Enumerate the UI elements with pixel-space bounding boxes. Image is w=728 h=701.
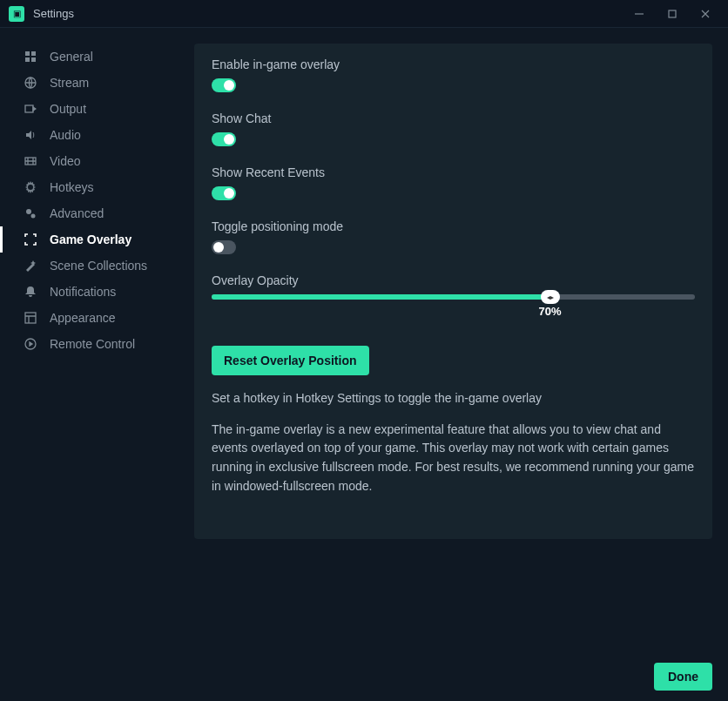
output-icon (24, 102, 37, 116)
reset-overlay-button[interactable]: Reset Overlay Position (212, 346, 369, 375)
sidebar-item-stream[interactable]: Stream (0, 70, 184, 96)
setting-label: Overlay Opacity (212, 273, 695, 287)
sidebar-item-general[interactable]: General (0, 44, 184, 70)
sidebar-item-hotkeys[interactable]: Hotkeys (0, 174, 184, 200)
sidebar-item-label: Scene Collections (50, 259, 147, 273)
sidebar-item-label: Audio (50, 128, 81, 142)
sidebar-item-label: Appearance (50, 311, 116, 325)
sidebar-item-label: Advanced (50, 206, 104, 220)
setting-opacity: Overlay Opacity ◂▸ 70% (212, 273, 695, 318)
sidebar-item-video[interactable]: Video (0, 148, 184, 174)
globe-icon (24, 76, 37, 90)
sidebar-item-scene-collections[interactable]: Scene Collections (0, 253, 184, 279)
description-text: The in-game overlay is a new experimenta… (212, 421, 695, 496)
svg-rect-1 (25, 51, 30, 56)
sidebar-item-label: Output (50, 102, 86, 116)
settings-panel: Enable in-game overlay Show Chat Show Re… (194, 44, 712, 539)
play-circle-icon (24, 337, 37, 351)
svg-rect-3 (25, 57, 30, 62)
titlebar: ▣ Settings (0, 0, 728, 28)
svg-rect-10 (25, 313, 36, 323)
setting-label: Show Chat (212, 111, 695, 125)
sidebar-item-label: Video (50, 154, 81, 168)
hotkey-hint-text: Set a hotkey in Hotkey Settings to toggl… (212, 389, 695, 408)
sidebar-item-notifications[interactable]: Notifications (0, 279, 184, 305)
window-title: Settings (33, 7, 624, 20)
sidebar-item-game-overlay[interactable]: Game Overlay (0, 226, 184, 253)
setting-label: Show Recent Events (212, 165, 695, 179)
minimize-button[interactable] (624, 2, 655, 26)
maximize-button[interactable] (657, 2, 688, 26)
svg-rect-2 (31, 51, 36, 56)
sidebar-item-label: Game Overlay (50, 233, 131, 246)
setting-show-chat: Show Chat (212, 111, 695, 150)
speaker-icon (24, 128, 37, 142)
svg-rect-0 (669, 10, 676, 17)
svg-rect-6 (25, 105, 33, 112)
sidebar-item-label: Hotkeys (50, 180, 94, 194)
toggle-enable-overlay[interactable] (212, 78, 236, 92)
sidebar-item-remote-control[interactable]: Remote Control (0, 331, 184, 357)
svg-point-8 (26, 209, 31, 214)
setting-label: Enable in-game overlay (212, 57, 695, 71)
sidebar-item-output[interactable]: Output (0, 96, 184, 122)
sidebar-item-audio[interactable]: Audio (0, 122, 184, 148)
toggle-show-chat[interactable] (212, 132, 236, 146)
close-button[interactable] (690, 2, 721, 26)
sidebar-item-label: Notifications (50, 285, 116, 299)
layout-icon (24, 311, 37, 325)
expand-icon (24, 233, 37, 246)
slider-thumb[interactable]: ◂▸ (541, 290, 560, 304)
done-button[interactable]: Done (654, 663, 712, 691)
setting-enable-overlay: Enable in-game overlay (212, 57, 695, 96)
toggle-show-recent[interactable] (212, 186, 236, 200)
sidebar: General Stream Output Audio Video Hotkey… (0, 28, 184, 652)
app-icon: ▣ (9, 6, 24, 22)
sidebar-item-appearance[interactable]: Appearance (0, 305, 184, 331)
footer: Done (0, 652, 728, 701)
opacity-value: 70% (537, 305, 563, 318)
gears-icon (24, 206, 37, 220)
film-icon (24, 154, 37, 168)
sidebar-item-label: Stream (50, 76, 89, 90)
gear-icon (24, 180, 37, 194)
setting-positioning-mode: Toggle positioning mode (212, 219, 695, 258)
sidebar-item-label: Remote Control (50, 337, 135, 351)
setting-label: Toggle positioning mode (212, 219, 695, 233)
opacity-slider[interactable]: ◂▸ (212, 294, 695, 300)
svg-rect-4 (31, 57, 36, 62)
setting-show-recent: Show Recent Events (212, 165, 695, 204)
wand-icon (24, 259, 37, 273)
sidebar-item-advanced[interactable]: Advanced (0, 200, 184, 226)
sidebar-item-label: General (50, 50, 93, 64)
svg-point-9 (31, 214, 36, 219)
bell-icon (24, 285, 37, 299)
toggle-positioning-mode[interactable] (212, 240, 236, 254)
grid-icon (24, 50, 37, 64)
